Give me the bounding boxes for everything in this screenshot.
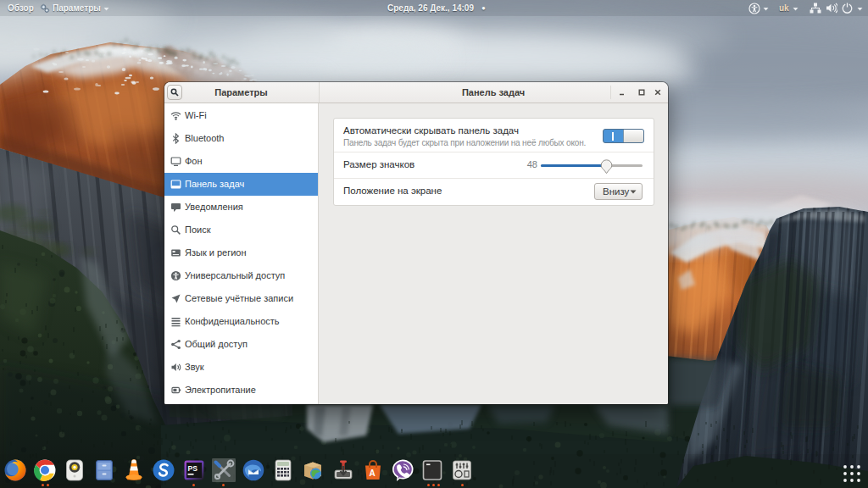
svg-text:A: A [370,469,376,478]
svg-text:PS: PS [188,464,198,473]
